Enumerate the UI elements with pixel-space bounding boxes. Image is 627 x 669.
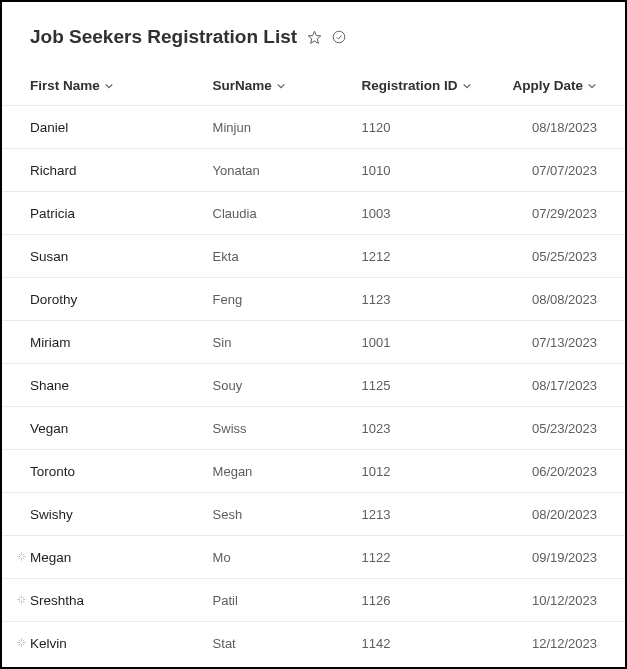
table-header-row: First Name SurName Registration ID Apply…	[2, 60, 625, 105]
column-label: SurName	[213, 78, 272, 93]
cell-surname: Swiss	[213, 421, 362, 436]
chevron-down-icon	[462, 81, 472, 91]
svg-point-1	[333, 31, 345, 43]
cell-firstname: Megan	[30, 550, 213, 565]
cell-surname: Patil	[213, 593, 362, 608]
table-row[interactable]: VeganSwiss102305/23/2023	[2, 406, 625, 449]
cell-firstname: Vegan	[30, 421, 213, 436]
cell-surname: Ekta	[213, 249, 362, 264]
cell-surname: Feng	[213, 292, 362, 307]
table-body: DanielMinjun112008/18/2023RichardYonatan…	[2, 105, 625, 664]
cell-firstname: Miriam	[30, 335, 213, 350]
cell-registrationid: 1120	[362, 120, 501, 135]
chevron-down-icon	[104, 81, 114, 91]
cell-applydate: 08/17/2023	[501, 378, 597, 393]
table-row[interactable]: SreshthaPatil112610/12/2023	[2, 578, 625, 621]
cell-applydate: 06/20/2023	[501, 464, 597, 479]
column-header-registrationid[interactable]: Registration ID	[362, 60, 501, 105]
cell-firstname: Susan	[30, 249, 213, 264]
cell-applydate: 05/23/2023	[501, 421, 597, 436]
favorite-star-icon[interactable]	[307, 30, 322, 45]
table-row[interactable]: MeganMo112209/19/2023	[2, 535, 625, 578]
cell-applydate: 12/12/2023	[501, 636, 597, 651]
cell-registrationid: 1213	[362, 507, 501, 522]
cell-registrationid: 1123	[362, 292, 501, 307]
table-row[interactable]: DanielMinjun112008/18/2023	[2, 105, 625, 148]
column-header-applydate[interactable]: Apply Date	[501, 60, 597, 105]
cell-firstname: Daniel	[30, 120, 213, 135]
table-row[interactable]: SusanEkta121205/25/2023	[2, 234, 625, 277]
cell-registrationid: 1001	[362, 335, 501, 350]
table-row[interactable]: RichardYonatan101007/07/2023	[2, 148, 625, 191]
cell-surname: Stat	[213, 636, 362, 651]
cell-firstname: Sreshtha	[30, 593, 213, 608]
table-row[interactable]: KelvinStat114212/12/2023	[2, 621, 625, 664]
svg-marker-0	[308, 31, 321, 43]
cell-applydate: 08/18/2023	[501, 120, 597, 135]
cell-applydate: 10/12/2023	[501, 593, 597, 608]
cell-surname: Minjun	[213, 120, 362, 135]
cell-surname: Souy	[213, 378, 362, 393]
cell-registrationid: 1122	[362, 550, 501, 565]
cell-applydate: 07/13/2023	[501, 335, 597, 350]
cell-applydate: 08/08/2023	[501, 292, 597, 307]
new-item-sparkle-icon	[16, 637, 27, 648]
cell-firstname: Richard	[30, 163, 213, 178]
table-row[interactable]: ShaneSouy112508/17/2023	[2, 363, 625, 406]
cell-applydate: 08/20/2023	[501, 507, 597, 522]
cell-registrationid: 1212	[362, 249, 501, 264]
cell-applydate: 09/19/2023	[501, 550, 597, 565]
cell-applydate: 07/29/2023	[501, 206, 597, 221]
column-header-surname[interactable]: SurName	[213, 60, 362, 105]
cell-registrationid: 1142	[362, 636, 501, 651]
cell-applydate: 07/07/2023	[501, 163, 597, 178]
column-label: Registration ID	[362, 78, 458, 93]
cell-surname: Mo	[213, 550, 362, 565]
column-label: Apply Date	[512, 78, 583, 93]
cell-registrationid: 1003	[362, 206, 501, 221]
new-item-sparkle-icon	[16, 594, 27, 605]
table-row[interactable]: SwishySesh121308/20/2023	[2, 492, 625, 535]
cell-surname: Claudia	[213, 206, 362, 221]
registration-table: First Name SurName Registration ID Apply…	[2, 60, 625, 664]
table-row[interactable]: TorontoMegan101206/20/2023	[2, 449, 625, 492]
cell-registrationid: 1010	[362, 163, 501, 178]
cell-firstname: Dorothy	[30, 292, 213, 307]
cell-registrationid: 1126	[362, 593, 501, 608]
check-circle-icon[interactable]	[332, 30, 346, 44]
column-label: First Name	[30, 78, 100, 93]
chevron-down-icon	[276, 81, 286, 91]
cell-surname: Yonatan	[213, 163, 362, 178]
cell-surname: Megan	[213, 464, 362, 479]
table-row[interactable]: MiriamSin100107/13/2023	[2, 320, 625, 363]
cell-firstname: Swishy	[30, 507, 213, 522]
column-header-firstname[interactable]: First Name	[30, 60, 213, 105]
cell-firstname: Patricia	[30, 206, 213, 221]
cell-registrationid: 1012	[362, 464, 501, 479]
cell-surname: Sesh	[213, 507, 362, 522]
new-item-sparkle-icon	[16, 551, 27, 562]
cell-firstname: Kelvin	[30, 636, 213, 651]
chevron-down-icon	[587, 81, 597, 91]
page-title: Job Seekers Registration List	[30, 26, 297, 48]
cell-firstname: Toronto	[30, 464, 213, 479]
cell-surname: Sin	[213, 335, 362, 350]
cell-firstname: Shane	[30, 378, 213, 393]
table-row[interactable]: PatriciaClaudia100307/29/2023	[2, 191, 625, 234]
table-row[interactable]: DorothyFeng112308/08/2023	[2, 277, 625, 320]
cell-applydate: 05/25/2023	[501, 249, 597, 264]
list-header: Job Seekers Registration List	[2, 2, 625, 60]
cell-registrationid: 1023	[362, 421, 501, 436]
cell-registrationid: 1125	[362, 378, 501, 393]
